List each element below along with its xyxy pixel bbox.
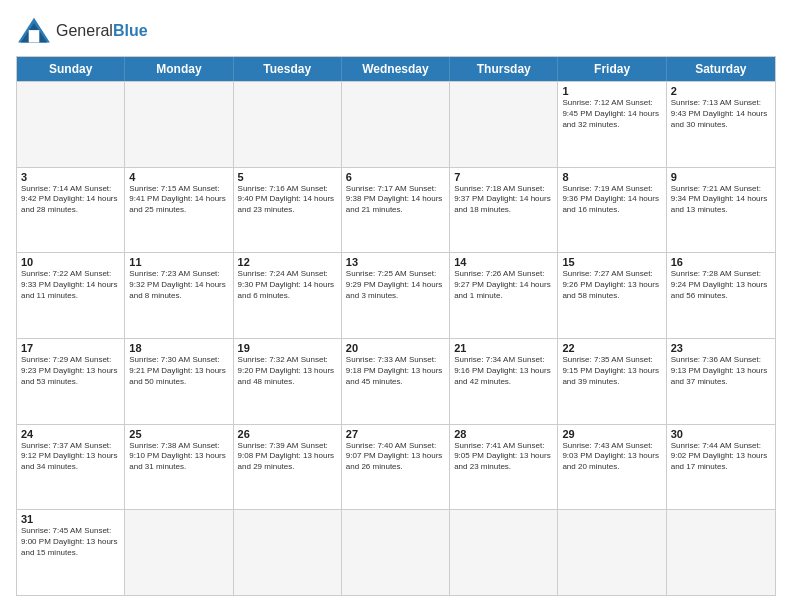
day-info: Sunrise: 7:24 AM Sunset: 9:30 PM Dayligh… xyxy=(238,269,337,301)
calendar-body: 1Sunrise: 7:12 AM Sunset: 9:45 PM Daylig… xyxy=(17,81,775,595)
calendar-cell: 11Sunrise: 7:23 AM Sunset: 9:32 PM Dayli… xyxy=(125,253,233,338)
calendar-week-1: 1Sunrise: 7:12 AM Sunset: 9:45 PM Daylig… xyxy=(17,81,775,167)
calendar-week-3: 10Sunrise: 7:22 AM Sunset: 9:33 PM Dayli… xyxy=(17,252,775,338)
calendar-cell: 7Sunrise: 7:18 AM Sunset: 9:37 PM Daylig… xyxy=(450,168,558,253)
day-info: Sunrise: 7:23 AM Sunset: 9:32 PM Dayligh… xyxy=(129,269,228,301)
calendar-cell xyxy=(125,510,233,595)
day-number: 9 xyxy=(671,171,771,183)
calendar-cell: 27Sunrise: 7:40 AM Sunset: 9:07 PM Dayli… xyxy=(342,425,450,510)
day-number: 8 xyxy=(562,171,661,183)
calendar-week-5: 24Sunrise: 7:37 AM Sunset: 9:12 PM Dayli… xyxy=(17,424,775,510)
day-info: Sunrise: 7:27 AM Sunset: 9:26 PM Dayligh… xyxy=(562,269,661,301)
calendar-header-row: SundayMondayTuesdayWednesdayThursdayFrid… xyxy=(17,57,775,81)
day-info: Sunrise: 7:15 AM Sunset: 9:41 PM Dayligh… xyxy=(129,184,228,216)
day-number: 14 xyxy=(454,256,553,268)
calendar-cell: 16Sunrise: 7:28 AM Sunset: 9:24 PM Dayli… xyxy=(667,253,775,338)
day-info: Sunrise: 7:21 AM Sunset: 9:34 PM Dayligh… xyxy=(671,184,771,216)
day-number: 16 xyxy=(671,256,771,268)
day-number: 12 xyxy=(238,256,337,268)
day-info: Sunrise: 7:41 AM Sunset: 9:05 PM Dayligh… xyxy=(454,441,553,473)
day-info: Sunrise: 7:44 AM Sunset: 9:02 PM Dayligh… xyxy=(671,441,771,473)
day-number: 19 xyxy=(238,342,337,354)
page: GeneralBlue SundayMondayTuesdayWednesday… xyxy=(0,0,792,612)
day-info: Sunrise: 7:25 AM Sunset: 9:29 PM Dayligh… xyxy=(346,269,445,301)
day-of-week-sunday: Sunday xyxy=(17,57,125,81)
calendar-cell: 2Sunrise: 7:13 AM Sunset: 9:43 PM Daylig… xyxy=(667,82,775,167)
day-info: Sunrise: 7:40 AM Sunset: 9:07 PM Dayligh… xyxy=(346,441,445,473)
day-number: 4 xyxy=(129,171,228,183)
calendar-week-2: 3Sunrise: 7:14 AM Sunset: 9:42 PM Daylig… xyxy=(17,167,775,253)
day-number: 24 xyxy=(21,428,120,440)
day-info: Sunrise: 7:38 AM Sunset: 9:10 PM Dayligh… xyxy=(129,441,228,473)
day-number: 26 xyxy=(238,428,337,440)
calendar-cell: 5Sunrise: 7:16 AM Sunset: 9:40 PM Daylig… xyxy=(234,168,342,253)
day-number: 28 xyxy=(454,428,553,440)
day-info: Sunrise: 7:37 AM Sunset: 9:12 PM Dayligh… xyxy=(21,441,120,473)
day-number: 6 xyxy=(346,171,445,183)
calendar-cell xyxy=(558,510,666,595)
day-number: 25 xyxy=(129,428,228,440)
day-info: Sunrise: 7:36 AM Sunset: 9:13 PM Dayligh… xyxy=(671,355,771,387)
calendar-cell: 13Sunrise: 7:25 AM Sunset: 9:29 PM Dayli… xyxy=(342,253,450,338)
day-number: 3 xyxy=(21,171,120,183)
day-number: 1 xyxy=(562,85,661,97)
day-number: 30 xyxy=(671,428,771,440)
calendar-cell: 28Sunrise: 7:41 AM Sunset: 9:05 PM Dayli… xyxy=(450,425,558,510)
calendar-cell: 18Sunrise: 7:30 AM Sunset: 9:21 PM Dayli… xyxy=(125,339,233,424)
day-number: 27 xyxy=(346,428,445,440)
day-info: Sunrise: 7:13 AM Sunset: 9:43 PM Dayligh… xyxy=(671,98,771,130)
calendar-cell: 14Sunrise: 7:26 AM Sunset: 9:27 PM Dayli… xyxy=(450,253,558,338)
calendar-cell: 8Sunrise: 7:19 AM Sunset: 9:36 PM Daylig… xyxy=(558,168,666,253)
calendar-cell xyxy=(667,510,775,595)
day-info: Sunrise: 7:17 AM Sunset: 9:38 PM Dayligh… xyxy=(346,184,445,216)
calendar-cell: 23Sunrise: 7:36 AM Sunset: 9:13 PM Dayli… xyxy=(667,339,775,424)
calendar-cell: 31Sunrise: 7:45 AM Sunset: 9:00 PM Dayli… xyxy=(17,510,125,595)
calendar-cell: 26Sunrise: 7:39 AM Sunset: 9:08 PM Dayli… xyxy=(234,425,342,510)
calendar-cell xyxy=(234,510,342,595)
day-number: 7 xyxy=(454,171,553,183)
day-number: 5 xyxy=(238,171,337,183)
calendar-cell xyxy=(17,82,125,167)
calendar-cell: 15Sunrise: 7:27 AM Sunset: 9:26 PM Dayli… xyxy=(558,253,666,338)
calendar-cell: 30Sunrise: 7:44 AM Sunset: 9:02 PM Dayli… xyxy=(667,425,775,510)
day-info: Sunrise: 7:45 AM Sunset: 9:00 PM Dayligh… xyxy=(21,526,120,558)
day-of-week-thursday: Thursday xyxy=(450,57,558,81)
calendar-cell: 10Sunrise: 7:22 AM Sunset: 9:33 PM Dayli… xyxy=(17,253,125,338)
calendar-cell: 3Sunrise: 7:14 AM Sunset: 9:42 PM Daylig… xyxy=(17,168,125,253)
day-info: Sunrise: 7:29 AM Sunset: 9:23 PM Dayligh… xyxy=(21,355,120,387)
day-number: 17 xyxy=(21,342,120,354)
day-number: 21 xyxy=(454,342,553,354)
logo-icon xyxy=(16,16,52,46)
calendar-cell: 4Sunrise: 7:15 AM Sunset: 9:41 PM Daylig… xyxy=(125,168,233,253)
day-of-week-saturday: Saturday xyxy=(667,57,775,81)
calendar: SundayMondayTuesdayWednesdayThursdayFrid… xyxy=(16,56,776,596)
day-info: Sunrise: 7:16 AM Sunset: 9:40 PM Dayligh… xyxy=(238,184,337,216)
svg-rect-2 xyxy=(29,30,40,42)
calendar-cell xyxy=(342,510,450,595)
day-number: 23 xyxy=(671,342,771,354)
calendar-cell: 21Sunrise: 7:34 AM Sunset: 9:16 PM Dayli… xyxy=(450,339,558,424)
calendar-cell xyxy=(342,82,450,167)
calendar-cell xyxy=(234,82,342,167)
day-number: 2 xyxy=(671,85,771,97)
day-info: Sunrise: 7:19 AM Sunset: 9:36 PM Dayligh… xyxy=(562,184,661,216)
calendar-cell: 29Sunrise: 7:43 AM Sunset: 9:03 PM Dayli… xyxy=(558,425,666,510)
day-number: 29 xyxy=(562,428,661,440)
day-info: Sunrise: 7:12 AM Sunset: 9:45 PM Dayligh… xyxy=(562,98,661,130)
day-info: Sunrise: 7:28 AM Sunset: 9:24 PM Dayligh… xyxy=(671,269,771,301)
day-number: 31 xyxy=(21,513,120,525)
calendar-cell xyxy=(450,82,558,167)
calendar-cell: 9Sunrise: 7:21 AM Sunset: 9:34 PM Daylig… xyxy=(667,168,775,253)
day-of-week-tuesday: Tuesday xyxy=(234,57,342,81)
calendar-cell: 22Sunrise: 7:35 AM Sunset: 9:15 PM Dayli… xyxy=(558,339,666,424)
day-of-week-wednesday: Wednesday xyxy=(342,57,450,81)
day-number: 22 xyxy=(562,342,661,354)
day-number: 18 xyxy=(129,342,228,354)
day-info: Sunrise: 7:34 AM Sunset: 9:16 PM Dayligh… xyxy=(454,355,553,387)
day-number: 11 xyxy=(129,256,228,268)
logo: GeneralBlue xyxy=(16,16,148,46)
header: GeneralBlue xyxy=(16,16,776,46)
day-info: Sunrise: 7:22 AM Sunset: 9:33 PM Dayligh… xyxy=(21,269,120,301)
day-number: 15 xyxy=(562,256,661,268)
calendar-cell: 1Sunrise: 7:12 AM Sunset: 9:45 PM Daylig… xyxy=(558,82,666,167)
